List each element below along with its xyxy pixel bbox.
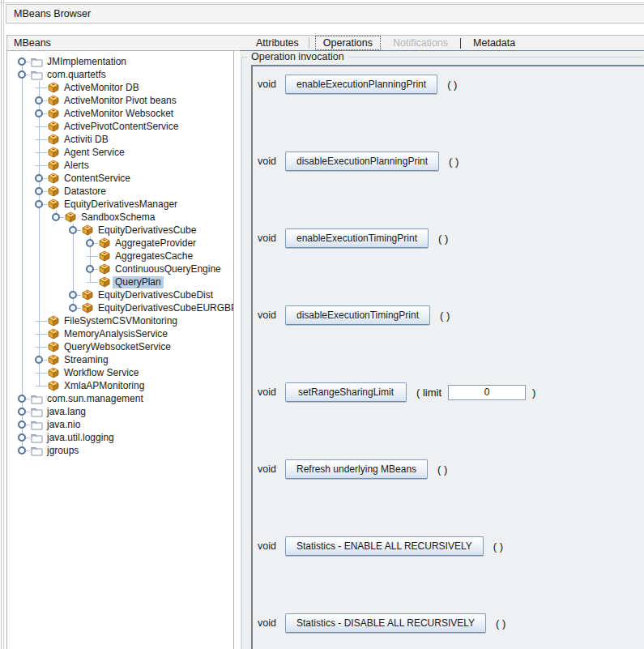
limit-input[interactable] xyxy=(448,385,526,400)
tree-node-datastore[interactable]: Datastore xyxy=(62,185,109,198)
tab-operations[interactable]: Operations xyxy=(315,36,381,50)
tree-node-xmlaapmonitoring[interactable]: XmlaAPMonitoring xyxy=(62,379,147,392)
tree-node-jgroups[interactable]: jgroups xyxy=(45,444,81,457)
tree-connector-line xyxy=(87,282,98,283)
tree-node-label: ActiveMonitor DB xyxy=(62,82,142,94)
mbeans-tree[interactable]: JMImplementation com.quartetfs ActiveMon… xyxy=(7,51,233,649)
tree-node-equityderivativescube[interactable]: EquityDerivativesCube xyxy=(96,224,198,237)
mbeans-tree-panel[interactable]: JMImplementation com.quartetfs ActiveMon… xyxy=(6,50,234,649)
tree-node-filesystemcsvmonitoring[interactable]: FileSystemCSVMonitoring xyxy=(62,314,180,327)
tab-metadata[interactable]: Metadata xyxy=(465,36,523,49)
tree-node-querywebsocketservice[interactable]: QueryWebsocketService xyxy=(62,340,173,353)
tree-node-jmimplementation[interactable]: JMImplementation xyxy=(45,55,129,68)
tree-node-equityderivativesmanager[interactable]: EquityDerivativesManager xyxy=(62,198,180,211)
tree-node-label: java.nio xyxy=(45,419,83,431)
mbean-icon xyxy=(48,328,60,339)
tree-node-label: ActivePivotContentService xyxy=(62,121,181,133)
return-type-label: void xyxy=(258,386,279,398)
window-left-edge-inner xyxy=(3,0,4,649)
tree-connector-line xyxy=(26,399,30,399)
tree-expand-handle-expanded-icon[interactable] xyxy=(35,200,43,208)
tree-node-java-nio[interactable]: java.nio xyxy=(45,418,83,431)
tree-node-label: JMImplementation xyxy=(45,56,129,68)
mbean-icon xyxy=(82,302,94,314)
tree-expand-handle-collapsed-icon[interactable] xyxy=(35,187,43,195)
tree-node-java-util-logging[interactable]: java.util.logging xyxy=(45,431,117,444)
tree-node-workflow-service[interactable]: Workflow Service xyxy=(62,366,141,379)
tree-expand-handle-collapsed-icon[interactable] xyxy=(18,395,26,403)
mbean-icon xyxy=(48,134,60,145)
tree-connector-line xyxy=(36,152,47,153)
tree-node-label: ActiveMonitor Websocket xyxy=(62,108,176,120)
operation-invocation-title: Operation invocation xyxy=(247,51,348,62)
tree-node-label: java.lang xyxy=(45,406,88,418)
tree-node-com-sun-management[interactable]: com.sun.management xyxy=(45,392,146,405)
tree-expand-handle-collapsed-icon[interactable] xyxy=(35,174,43,182)
tree-node-label: Alerts xyxy=(62,160,92,172)
tree-expand-handle-collapsed-icon[interactable] xyxy=(35,96,43,105)
tree-expand-handle-collapsed-icon[interactable] xyxy=(86,239,94,247)
tree-node-agent-service[interactable]: Agent Service xyxy=(62,146,127,159)
tree-node-activepivotcontentservice[interactable]: ActivePivotContentService xyxy=(62,120,181,133)
operation-row: voidenableExecutionTimingPrint( ) xyxy=(258,228,450,248)
tree-node-equityderivativescubedist[interactable]: EquityDerivativesCubeDist xyxy=(96,288,215,301)
parameters-text: ( ) xyxy=(438,310,451,322)
tree-expand-handle-expanded-icon[interactable] xyxy=(69,226,77,234)
tree-node-activemonitor-websocket[interactable]: ActiveMonitor Websocket xyxy=(62,107,176,120)
tree-node-continuousqueryengine[interactable]: ContinuousQueryEngine xyxy=(113,263,224,275)
tree-expand-handle-collapsed-icon[interactable] xyxy=(18,446,26,455)
tree-node-java-lang[interactable]: java.lang xyxy=(45,405,88,418)
folder-icon xyxy=(31,445,43,456)
tree-node-label: ContentService xyxy=(62,173,133,185)
return-type-label: void xyxy=(258,463,279,475)
tree-expand-handle-collapsed-icon[interactable] xyxy=(35,109,43,117)
tree-expand-handle-expanded-icon[interactable] xyxy=(52,213,60,221)
mbean-icon xyxy=(99,250,111,262)
tree-expand-handle-collapsed-icon[interactable] xyxy=(18,408,26,416)
tree-node-label: Streaming xyxy=(62,354,111,366)
tree-expand-handle-collapsed-icon[interactable] xyxy=(18,433,26,442)
parameters-text: ( ) xyxy=(447,156,460,168)
tree-node-activiti-db[interactable]: Activiti DB xyxy=(62,133,111,146)
refresh-underlying-mbeans-button[interactable]: Refresh underlying MBeans xyxy=(285,459,428,479)
setrangesharinglimit-button[interactable]: setRangeSharingLimit xyxy=(285,382,407,402)
tree-node-activemonitor-db[interactable]: ActiveMonitor DB xyxy=(62,81,142,94)
tree-node-memoryanalysisservice[interactable]: MemoryAnalysisService xyxy=(62,327,170,340)
tree-node-aggregatescache[interactable]: AggregatesCache xyxy=(113,250,195,263)
enableexecutiontimingprint-button[interactable]: enableExecutionTimingPrint xyxy=(285,228,429,248)
tree-expand-handle-expanded-icon[interactable] xyxy=(18,70,26,79)
folder-icon xyxy=(31,56,43,67)
tree-node-alerts[interactable]: Alerts xyxy=(62,159,92,172)
tree-node-sandboxschema[interactable]: SandboxSchema xyxy=(79,211,157,224)
tree-node-com-quartetfs[interactable]: com.quartetfs xyxy=(45,68,109,81)
disableexecutionplanningprint-button[interactable]: disableExecutionPlanningPrint xyxy=(285,152,439,171)
tree-node-equityderivativescubeeurgbp[interactable]: EquityDerivativesCubeEURGBP xyxy=(96,301,234,314)
tab-divider xyxy=(460,38,461,49)
folder-icon xyxy=(31,432,43,443)
statistics-enable-all-recursively-button[interactable]: Statistics - ENABLE ALL RECURSIVELY xyxy=(285,536,484,556)
mbeans-panel-header: MBeans xyxy=(6,35,241,51)
tree-connector-line xyxy=(77,308,81,309)
tree-expand-handle-collapsed-icon[interactable] xyxy=(86,265,94,273)
tree-node-queryplan[interactable]: QueryPlan xyxy=(113,275,164,288)
mbean-icon xyxy=(48,341,60,352)
statistics-disable-all-recursively-button[interactable]: Statistics - DISABLE ALL RECURSIVELY xyxy=(285,613,486,633)
tree-node-label: java.util.logging xyxy=(45,432,117,444)
tree-node-activemonitor-pivot-beans[interactable]: ActiveMonitor Pivot beans xyxy=(62,94,179,107)
tab-attributes[interactable]: Attributes xyxy=(248,36,307,49)
mbean-icon xyxy=(48,315,60,327)
tree-node-streaming[interactable]: Streaming xyxy=(62,353,111,366)
tree-expand-handle-collapsed-icon[interactable] xyxy=(18,58,26,66)
mbean-icon xyxy=(65,211,77,223)
disableexecutiontimingprint-button[interactable]: disableExecutionTimingPrint xyxy=(285,305,430,325)
tree-connector-line xyxy=(26,412,30,412)
tab-strip: AttributesOperationsNotificationsMetadat… xyxy=(240,35,644,52)
tree-expand-handle-collapsed-icon[interactable] xyxy=(35,356,43,364)
tree-node-aggregateprovider[interactable]: AggregateProvider xyxy=(113,237,198,250)
tree-expand-handle-collapsed-icon[interactable] xyxy=(69,291,77,299)
tree-node-contentservice[interactable]: ContentService xyxy=(62,172,133,185)
enableexecutionplanningprint-button[interactable]: enableExecutionPlanningPrint xyxy=(285,75,437,94)
tree-node-label: AggregatesCache xyxy=(113,250,195,263)
tree-expand-handle-collapsed-icon[interactable] xyxy=(18,421,26,429)
tree-expand-handle-collapsed-icon[interactable] xyxy=(69,304,77,312)
